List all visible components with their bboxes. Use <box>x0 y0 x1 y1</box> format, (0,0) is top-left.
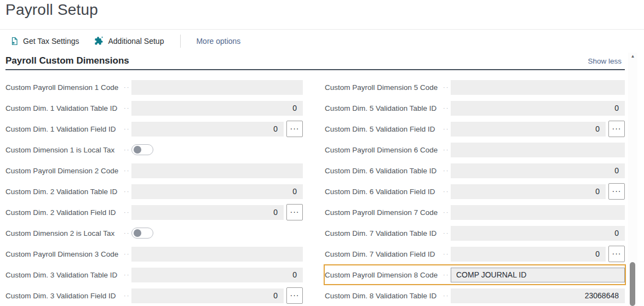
field-value: 0 <box>292 187 297 196</box>
assist-edit-button[interactable]: ··· <box>608 246 625 262</box>
label-leader-dots: ·· <box>124 250 131 258</box>
form-row-custom-dim-7-validation-field-id: Custom Dim. 7 Validation Field ID··0··· <box>325 243 625 264</box>
custom-payroll-dimension-3-code-input[interactable] <box>131 247 303 262</box>
form-row-custom-dim-3-validation-field-id: Custom Dim. 3 Validation Field ID··0··· <box>5 285 303 306</box>
section-title: Payroll Custom Dimensions <box>5 55 129 66</box>
label-leader-dots: ·· <box>124 146 131 154</box>
custom-payroll-dimension-2-code-input[interactable] <box>131 163 303 178</box>
custom-payroll-dimension-5-code-input[interactable] <box>451 80 625 95</box>
field-label-custom-dim-1-validation-table-id: Custom Dim. 1 Validation Table ID <box>5 104 124 112</box>
assist-edit-button[interactable]: ··· <box>286 287 303 304</box>
custom-dim-2-validation-table-id-input[interactable]: 0 <box>131 184 303 199</box>
puzzle-icon <box>94 36 104 46</box>
form-row-custom-payroll-dimension-6-code: Custom Payroll Dimension 6 Code·· <box>325 139 625 160</box>
field-label-custom-dim-6-validation-table-id: Custom Dim. 6 Validation Table ID <box>325 167 443 175</box>
custom-dim-3-validation-field-id-input[interactable]: 0 <box>131 288 284 303</box>
form-row-custom-dim-5-validation-table-id: Custom Dim. 5 Validation Table ID··0 <box>325 98 625 118</box>
custom-payroll-dimension-6-code-input[interactable] <box>451 143 625 157</box>
field-value: COMP JOURNAL ID <box>456 270 526 279</box>
field-label-custom-dim-2-validation-field-id: Custom Dim. 2 Validation Field ID <box>5 208 124 217</box>
label-leader-dots: ·· <box>443 208 451 216</box>
assist-edit-button[interactable]: ··· <box>286 121 303 137</box>
custom-payroll-dimension-8-code-input[interactable]: COMP JOURNAL ID <box>451 268 625 282</box>
label-leader-dots: ·· <box>124 104 131 112</box>
label-leader-dots: ·· <box>443 83 451 91</box>
field-value: 0 <box>273 208 278 217</box>
label-leader-dots: ·· <box>443 271 451 279</box>
form-row-custom-dim-6-validation-table-id: Custom Dim. 6 Validation Table ID··0 <box>325 160 625 181</box>
label-leader-dots: ·· <box>124 292 131 299</box>
form-row-custom-dim-7-validation-table-id: Custom Dim. 7 Validation Table ID··0 <box>325 223 625 243</box>
label-leader-dots: ·· <box>124 188 131 195</box>
assist-edit-button[interactable]: ··· <box>286 204 303 220</box>
toggle-knob <box>134 146 141 154</box>
custom-dim-8-validation-table-id-input[interactable]: 23068648 <box>451 288 625 303</box>
action-toolbar: Get Tax Settings Additional Setup More o… <box>0 29 644 52</box>
field-label-custom-dim-3-validation-field-id: Custom Dim. 3 Validation Field ID <box>5 292 124 300</box>
label-leader-dots: ·· <box>443 188 451 195</box>
custom-dim-6-validation-field-id-input[interactable]: 0 <box>451 184 606 199</box>
form-row-custom-dimension-1-is-local-tax: Custom Dimension 1 is Local Tax·· <box>5 139 303 160</box>
toolbar-separator <box>180 35 181 48</box>
payroll-setup-page: Payroll Setup Get Tax Settings Additiona… <box>0 0 644 306</box>
field-label-custom-dim-3-validation-table-id: Custom Dim. 3 Validation Table ID <box>5 271 124 279</box>
field-value: 0 <box>614 104 619 112</box>
field-value: 0 <box>292 270 297 279</box>
form-row-custom-payroll-dimension-5-code: Custom Payroll Dimension 5 Code·· <box>325 77 625 98</box>
field-label-custom-dim-5-validation-field-id: Custom Dim. 5 Validation Field ID <box>325 125 443 133</box>
label-leader-dots: ·· <box>443 146 451 154</box>
field-value: 0 <box>595 250 600 258</box>
custom-dim-6-validation-table-id-input[interactable]: 0 <box>451 163 625 178</box>
custom-dimension-2-is-local-tax-toggle[interactable] <box>131 228 153 239</box>
form-column-right: Custom Payroll Dimension 5 Code··Custom … <box>325 77 625 306</box>
custom-dim-7-validation-table-id-input[interactable]: 0 <box>451 226 625 241</box>
field-value: 0 <box>614 229 619 237</box>
additional-setup-button[interactable]: Additional Setup <box>94 36 164 46</box>
scroll-up-arrow-icon[interactable]: ▲ <box>628 54 637 59</box>
custom-payroll-dimension-7-code-input[interactable] <box>451 205 625 220</box>
form-row-custom-dimension-2-is-local-tax: Custom Dimension 2 is Local Tax·· <box>5 223 303 243</box>
scrollbar-thumb[interactable] <box>630 262 635 306</box>
field-label-custom-dim-8-validation-table-id: Custom Dim. 8 Validation Table ID <box>325 292 443 300</box>
custom-dim-5-validation-table-id-input[interactable]: 0 <box>451 101 625 116</box>
label-leader-dots: ·· <box>443 292 451 299</box>
label-leader-dots: ·· <box>124 125 131 133</box>
get-tax-settings-button[interactable]: Get Tax Settings <box>10 37 79 46</box>
label-leader-dots: ·· <box>124 83 131 91</box>
form-row-custom-dim-2-validation-table-id: Custom Dim. 2 Validation Table ID··0 <box>5 181 303 202</box>
custom-payroll-dimension-1-code-input[interactable] <box>131 80 303 95</box>
get-tax-settings-label: Get Tax Settings <box>23 37 79 46</box>
field-value: 0 <box>273 291 278 300</box>
custom-dim-5-validation-field-id-input[interactable]: 0 <box>451 122 606 137</box>
field-label-custom-payroll-dimension-5-code: Custom Payroll Dimension 5 Code <box>325 83 443 92</box>
assist-edit-button[interactable]: ··· <box>608 121 625 137</box>
custom-dim-1-validation-table-id-input[interactable]: 0 <box>131 101 303 116</box>
custom-dim-7-validation-field-id-input[interactable]: 0 <box>451 247 606 262</box>
field-label-custom-dim-1-validation-field-id: Custom Dim. 1 Validation Field ID <box>5 125 124 133</box>
custom-dim-1-validation-field-id-input[interactable]: 0 <box>131 122 284 137</box>
show-less-button[interactable]: Show less <box>588 57 625 65</box>
field-label-custom-dim-7-validation-field-id: Custom Dim. 7 Validation Field ID <box>325 250 443 258</box>
vertical-scrollbar[interactable]: ▲ <box>628 53 637 306</box>
field-label-custom-payroll-dimension-7-code: Custom Payroll Dimension 7 Code <box>325 208 443 217</box>
field-label-custom-payroll-dimension-8-code: Custom Payroll Dimension 8 Code <box>325 271 443 279</box>
form-row-custom-payroll-dimension-8-code: Custom Payroll Dimension 8 Code··COMP JO… <box>325 265 625 284</box>
field-value: 0 <box>595 124 600 133</box>
field-label-custom-dim-2-validation-table-id: Custom Dim. 2 Validation Table ID <box>5 188 124 196</box>
assist-edit-button[interactable]: ··· <box>608 183 625 200</box>
field-label-custom-dim-5-validation-table-id: Custom Dim. 5 Validation Table ID <box>325 104 443 112</box>
custom-dim-2-validation-field-id-input[interactable]: 0 <box>131 205 284 220</box>
custom-dimension-1-is-local-tax-toggle[interactable] <box>131 144 153 155</box>
field-label-custom-payroll-dimension-3-code: Custom Payroll Dimension 3 Code <box>5 250 124 258</box>
label-leader-dots: ·· <box>443 250 451 258</box>
label-leader-dots: ·· <box>443 125 451 133</box>
more-options-button[interactable]: More options <box>196 37 240 46</box>
toggle-knob <box>134 229 141 237</box>
field-label-custom-dim-7-validation-table-id: Custom Dim. 7 Validation Table ID <box>325 229 443 237</box>
custom-dim-3-validation-table-id-input[interactable]: 0 <box>131 268 303 282</box>
form-column-left: Custom Payroll Dimension 1 Code··Custom … <box>5 77 303 306</box>
label-leader-dots: ·· <box>124 229 131 237</box>
field-label-custom-payroll-dimension-2-code: Custom Payroll Dimension 2 Code <box>5 167 124 175</box>
form-row-custom-dim-3-validation-table-id: Custom Dim. 3 Validation Table ID··0 <box>5 264 303 285</box>
form-row-custom-payroll-dimension-2-code: Custom Payroll Dimension 2 Code·· <box>5 160 303 181</box>
